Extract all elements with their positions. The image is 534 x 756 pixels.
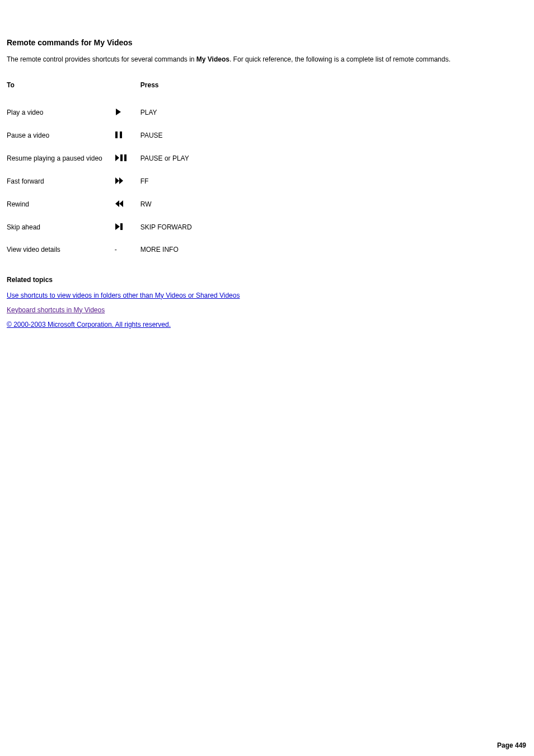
icon-cell: - [115, 239, 140, 260]
table-header-row: To Press [7, 78, 204, 101]
col-header-to: To [7, 78, 115, 101]
related-topics-heading: Related topics [7, 276, 527, 284]
table-row: Resume playing a paused video PAUSE or P… [7, 147, 204, 170]
play-pause-icon [115, 154, 127, 162]
press-cell: PAUSE [140, 124, 204, 147]
page-heading: Remote commands for My Videos [7, 38, 527, 47]
table-row: Pause a video PAUSE [7, 124, 204, 147]
intro-bold: My Videos [196, 55, 229, 63]
press-cell: MORE INFO [140, 239, 204, 260]
rewind-icon [115, 200, 125, 208]
icon-cell [115, 216, 140, 239]
press-cell: PAUSE or PLAY [140, 147, 204, 170]
svg-marker-6 [115, 177, 119, 184]
table-row: Rewind RW [7, 193, 204, 216]
svg-marker-0 [116, 109, 121, 115]
action-cell: Skip ahead [7, 216, 115, 239]
svg-rect-4 [120, 154, 123, 161]
svg-rect-1 [115, 132, 118, 138]
svg-rect-11 [120, 223, 123, 230]
action-cell: Resume playing a paused video [7, 147, 115, 170]
pause-icon [115, 131, 123, 139]
link-copyright[interactable]: © 2000-2003 Microsoft Corporation. All r… [7, 321, 171, 328]
icon-cell [115, 170, 140, 193]
action-cell: Fast forward [7, 170, 115, 193]
svg-marker-3 [115, 154, 119, 161]
icon-cell [115, 124, 140, 147]
table-row: Fast forward FF [7, 170, 204, 193]
action-cell: View video details [7, 239, 115, 260]
press-cell: PLAY [140, 101, 204, 124]
svg-marker-9 [115, 200, 119, 207]
press-cell: FF [140, 170, 204, 193]
play-icon [115, 108, 121, 116]
link-keyboard-shortcuts[interactable]: Keyboard shortcuts in My Videos [7, 306, 105, 314]
svg-rect-5 [124, 154, 127, 161]
action-cell: Play a video [7, 101, 115, 124]
col-header-icon [115, 78, 140, 101]
skip-forward-icon [115, 223, 124, 231]
related-links: Use shortcuts to view videos in folders … [7, 292, 527, 328]
intro-post: . For quick reference, the following is … [229, 55, 451, 63]
commands-table: To Press Play a video PLAY Pause a video… [7, 78, 204, 260]
fast-forward-icon [115, 177, 125, 185]
svg-rect-2 [120, 132, 122, 138]
action-cell: Pause a video [7, 124, 115, 147]
dash-icon: - [115, 246, 117, 253]
press-cell: RW [140, 193, 204, 216]
action-cell: Rewind [7, 193, 115, 216]
svg-marker-8 [119, 200, 123, 207]
svg-marker-7 [119, 177, 123, 184]
press-cell: SKIP FORWARD [140, 216, 204, 239]
link-shortcuts-other-folders[interactable]: Use shortcuts to view videos in folders … [7, 292, 240, 299]
icon-cell [115, 193, 140, 216]
svg-marker-10 [115, 223, 120, 230]
icon-cell [115, 101, 140, 124]
table-row: Skip ahead SKIP FORWARD [7, 216, 204, 239]
intro-pre: The remote control provides shortcuts fo… [7, 55, 196, 63]
table-row: Play a video PLAY [7, 101, 204, 124]
col-header-press: Press [140, 78, 204, 101]
table-row: View video details - MORE INFO [7, 239, 204, 260]
intro-paragraph: The remote control provides shortcuts fo… [7, 55, 527, 64]
icon-cell [115, 147, 140, 170]
